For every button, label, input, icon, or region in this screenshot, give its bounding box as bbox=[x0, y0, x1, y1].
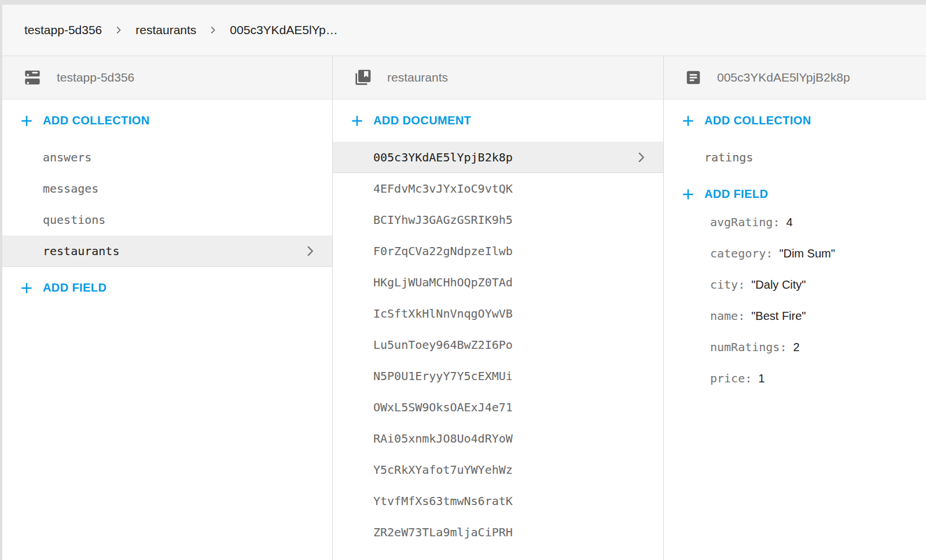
chevron-right-icon bbox=[113, 25, 124, 35]
field-name: city bbox=[710, 278, 745, 292]
field-row[interactable]: numRatings 2 bbox=[664, 340, 926, 371]
panel-document-body: ADD COLLECTION ratings ADD FIELD bbox=[664, 100, 926, 560]
document-row[interactable]: OWxL5SW9OksOAExJ4e71 bbox=[333, 392, 663, 423]
collection-row[interactable]: restaurants bbox=[2, 235, 332, 267]
add-field-button[interactable]: ADD FIELD bbox=[2, 267, 332, 309]
panel-collection-header: restaurants bbox=[333, 56, 663, 100]
panel-database-title: testapp-5d356 bbox=[57, 71, 134, 84]
plus-icon bbox=[18, 279, 35, 297]
field-name: price bbox=[710, 371, 752, 385]
add-document-button[interactable]: ADD DOCUMENT bbox=[333, 100, 663, 142]
field-row[interactable]: name "Best Fire" bbox=[664, 309, 926, 340]
field-value: 4 bbox=[786, 216, 792, 229]
collection-row[interactable]: questions bbox=[2, 204, 332, 235]
document-row[interactable]: RAi05xnmkJO8Uo4dRYoW bbox=[333, 423, 663, 454]
plus-icon bbox=[18, 112, 35, 130]
plus-icon bbox=[679, 186, 697, 203]
document-row[interactable]: YtvfMfXs63tmwNs6ratK bbox=[333, 485, 663, 517]
panel-document-title: 005c3YKdAE5lYpjB2k8p bbox=[717, 71, 850, 84]
panel-document: 005c3YKdAE5lYpjB2k8p ADD COLLECTION rati… bbox=[664, 56, 926, 560]
panel-document-header: 005c3YKdAE5lYpjB2k8p bbox=[664, 56, 926, 100]
subcollection-row[interactable]: ratings bbox=[664, 142, 926, 173]
document-row[interactable]: Lu5unToey964BwZ2I6Po bbox=[333, 329, 663, 360]
field-value: 2 bbox=[793, 341, 799, 354]
document-row[interactable]: IcSftXkHlNnVnqgOYwVB bbox=[333, 298, 663, 329]
field-row[interactable]: avgRating 4 bbox=[664, 215, 926, 246]
field-name: name bbox=[710, 309, 745, 323]
panel-database-body: ADD COLLECTION answers messages bbox=[2, 100, 332, 560]
field-name: numRatings bbox=[710, 340, 787, 354]
breadcrumb: testapp-5d356 restaurants 005c3YKdAE5lYp… bbox=[2, 5, 926, 56]
document-row[interactable]: ZR2eW73TLa9mljaCiPRH bbox=[333, 517, 663, 548]
add-collection-button[interactable]: ADD COLLECTION bbox=[2, 100, 332, 142]
plus-icon bbox=[348, 112, 366, 130]
field-value: "Best Fire" bbox=[751, 310, 806, 323]
firestore-data-viewer: testapp-5d356 restaurants 005c3YKdAE5lYp… bbox=[2, 5, 926, 560]
document-row[interactable]: Y5cRkXYafot7uYWYehWz bbox=[333, 454, 663, 485]
breadcrumb-item-document: 005c3YKdAE5lYp… bbox=[230, 23, 337, 37]
field-value: "Dim Sum" bbox=[779, 247, 835, 260]
database-icon bbox=[23, 68, 42, 87]
field-value: "Daly City" bbox=[751, 278, 806, 292]
collection-row[interactable]: answers bbox=[2, 142, 332, 173]
add-collection-button[interactable]: ADD COLLECTION bbox=[664, 100, 926, 142]
documents-list: 005c3YKdAE5lYpjB2k8p 4EFdvMc3vJYxIoC9vtQ… bbox=[333, 142, 663, 548]
document-row[interactable]: 005c3YKdAE5lYpjB2k8p bbox=[333, 142, 663, 173]
panel-database: testapp-5d356 ADD COLLECTION answers bbox=[2, 56, 333, 560]
field-name: avgRating bbox=[710, 215, 780, 229]
field-value: 1 bbox=[758, 372, 765, 385]
panels-container: testapp-5d356 ADD COLLECTION answers bbox=[2, 56, 926, 560]
document-row[interactable]: BCIYhwJ3GAGzGSRIK9h5 bbox=[333, 204, 663, 235]
collections-list: answers messages questions bbox=[2, 142, 332, 267]
breadcrumb-item-database[interactable]: testapp-5d356 bbox=[24, 23, 102, 37]
fields-list: avgRating 4 category "Dim Sum" city "Dal… bbox=[664, 215, 926, 403]
panel-collection-title: restaurants bbox=[387, 71, 448, 84]
document-icon bbox=[685, 69, 702, 86]
chevron-right-icon bbox=[208, 25, 218, 35]
panel-database-header: testapp-5d356 bbox=[2, 56, 332, 100]
field-row[interactable]: city "Daly City" bbox=[664, 278, 926, 309]
document-row[interactable]: F0rZqCVa22gNdpzeIlwb bbox=[333, 235, 663, 267]
chevron-right-icon bbox=[634, 150, 649, 165]
field-row[interactable]: category "Dim Sum" bbox=[664, 246, 926, 278]
subcollections-list: ratings bbox=[664, 142, 926, 173]
collection-icon bbox=[354, 68, 372, 87]
plus-icon bbox=[679, 112, 697, 130]
breadcrumb-item-collection[interactable]: restaurants bbox=[135, 23, 196, 37]
chevron-right-icon bbox=[303, 244, 318, 259]
document-row[interactable]: N5P0U1EryyY7Y5cEXMUi bbox=[333, 360, 663, 392]
document-row[interactable]: HKgLjWUaMCHhOQpZ0TAd bbox=[333, 267, 663, 298]
field-row[interactable]: price 1 bbox=[664, 371, 926, 403]
collection-row[interactable]: messages bbox=[2, 173, 332, 204]
add-field-button[interactable]: ADD FIELD bbox=[664, 173, 926, 215]
field-name: category bbox=[710, 246, 773, 260]
panel-collection-body: ADD DOCUMENT 005c3YKdAE5lYpjB2k8p 4EFdvM… bbox=[333, 100, 663, 560]
document-row[interactable]: 4EFdvMc3vJYxIoC9vtQK bbox=[333, 173, 663, 204]
panel-collection: restaurants ADD DOCUMENT 005c3YKdAE5lYpj… bbox=[333, 56, 664, 560]
